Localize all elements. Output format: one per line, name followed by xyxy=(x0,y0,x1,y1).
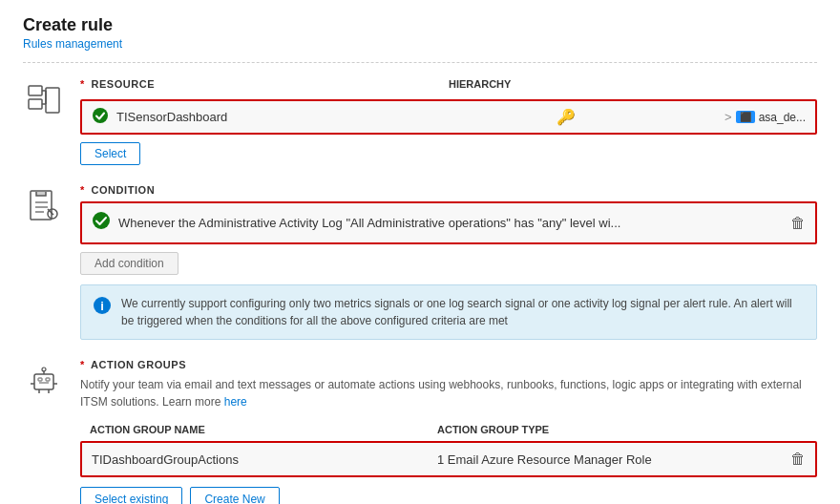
resource-box: TISensorDashboard 🔑 > ⬛ asa_de... xyxy=(80,99,817,135)
resource-name: TISensorDashboard xyxy=(116,110,409,124)
ag-delete[interactable]: 🗑 xyxy=(783,451,806,468)
ag-col-type: ACTION GROUP TYPE xyxy=(437,424,785,435)
svg-rect-16 xyxy=(38,378,42,381)
resource-row: TISensorDashboard 🔑 > ⬛ asa_de... xyxy=(82,101,815,133)
info-text: We currently support configuring only tw… xyxy=(121,295,805,329)
svg-rect-15 xyxy=(34,374,53,389)
hierarchy-section: 🔑 xyxy=(409,108,725,126)
add-condition-button[interactable]: Add condition xyxy=(80,252,178,275)
hierarchy-label: HIERARCHY xyxy=(449,78,817,95)
divider xyxy=(23,62,817,63)
condition-row: Whenever the Administrative Activity Log… xyxy=(82,203,815,242)
ag-btn-row: Select existing Create New xyxy=(80,487,817,504)
info-icon: i xyxy=(93,296,112,320)
action-groups-desc: Notify your team via email and text mess… xyxy=(80,376,817,410)
resource-icon xyxy=(23,82,65,116)
resource-section: * RESOURCE HIERARCHY T xyxy=(23,78,817,165)
svg-rect-1 xyxy=(29,99,42,109)
condition-text: Whenever the Administrative Activity Log… xyxy=(118,216,790,230)
breadcrumb: Rules management xyxy=(23,37,817,51)
page-title: Create rule xyxy=(23,15,817,35)
resource-green-icon xyxy=(92,107,109,127)
hierarchy-node-name: asa_de... xyxy=(759,111,806,124)
svg-point-6 xyxy=(93,108,108,123)
learn-more-link[interactable]: here xyxy=(224,395,247,409)
svg-rect-17 xyxy=(46,378,50,381)
select-existing-button[interactable]: Select existing xyxy=(80,487,182,504)
hierarchy-node: > ⬛ asa_de... xyxy=(724,110,806,124)
svg-rect-5 xyxy=(46,88,59,113)
action-groups-section: * ACTION GROUPS Notify your team via ema… xyxy=(23,359,817,504)
condition-icon-area xyxy=(23,188,65,222)
key-icon: 🔑 xyxy=(556,108,576,126)
condition-delete-icon[interactable]: 🗑 xyxy=(790,215,806,232)
condition-label: * CONDITION xyxy=(80,184,817,196)
action-groups-content: * ACTION GROUPS Notify your team via ema… xyxy=(80,359,817,504)
action-group-row: TIDashboardGroupActions 1 Email Azure Re… xyxy=(82,443,815,475)
ag-type: 1 Email Azure Resource Manager Role xyxy=(437,452,783,467)
action-groups-icon-area xyxy=(23,363,65,397)
condition-section: * CONDITION Whenever the Administrative … xyxy=(23,184,817,340)
ag-col-name: ACTION GROUP NAME xyxy=(90,424,437,435)
resource-content: * RESOURCE HIERARCHY T xyxy=(80,78,817,165)
action-group-row-box: TIDashboardGroupActions 1 Email Azure Re… xyxy=(80,441,817,477)
svg-rect-0 xyxy=(29,86,42,95)
hierarchy-arrow: > xyxy=(724,110,732,124)
condition-box: Whenever the Administrative Activity Log… xyxy=(80,201,817,244)
select-button[interactable]: Select xyxy=(80,142,140,165)
ag-delete-icon[interactable]: 🗑 xyxy=(790,451,806,467)
ag-name: TIDashboardGroupActions xyxy=(92,452,437,467)
condition-content: * CONDITION Whenever the Administrative … xyxy=(80,184,817,340)
action-groups-label: * ACTION GROUPS xyxy=(80,359,817,370)
condition-check-icon xyxy=(92,211,111,235)
svg-text:i: i xyxy=(100,299,104,313)
hierarchy-icon: ⬛ xyxy=(736,111,755,123)
info-box: i We currently support configuring only … xyxy=(80,284,817,340)
create-new-button[interactable]: Create New xyxy=(190,487,279,504)
ag-table-header: ACTION GROUP NAME ACTION GROUP TYPE xyxy=(80,420,817,439)
resource-label: * RESOURCE xyxy=(80,78,449,90)
svg-point-12 xyxy=(93,212,110,229)
resource-main: TISensorDashboard xyxy=(92,107,409,127)
